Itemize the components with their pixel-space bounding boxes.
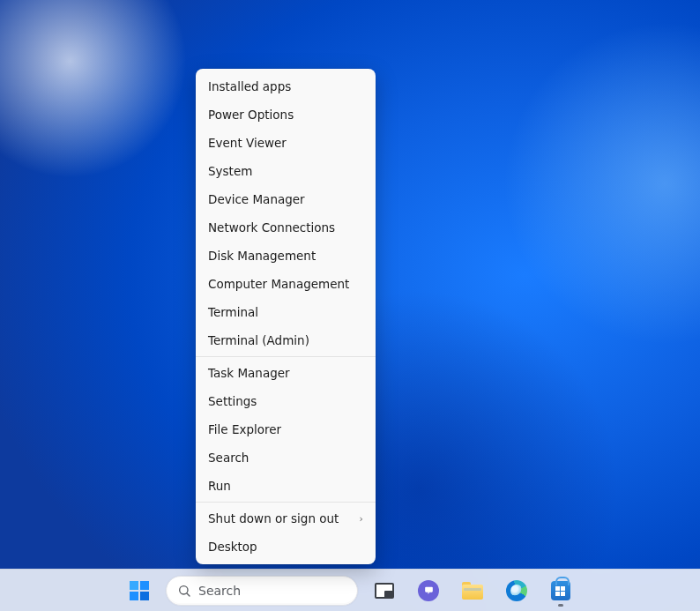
menu-item-event-viewer[interactable]: Event Viewer — [196, 129, 376, 157]
menu-item-shutdown-signout[interactable]: Shut down or sign out› — [196, 504, 376, 533]
chat-icon — [418, 580, 439, 601]
edge-button[interactable] — [499, 573, 534, 608]
search-icon — [177, 584, 191, 598]
menu-item-label: Computer Management — [208, 277, 349, 291]
menu-item-desktop[interactable]: Desktop — [196, 533, 376, 561]
menu-item-terminal-admin[interactable]: Terminal (Admin) — [196, 326, 376, 354]
menu-item-terminal[interactable]: Terminal — [196, 298, 376, 326]
menu-item-label: Event Viewer — [208, 136, 287, 150]
running-indicator — [558, 604, 563, 607]
menu-item-task-manager[interactable]: Task Manager — [196, 359, 376, 387]
svg-rect-2 — [425, 587, 433, 592]
menu-item-file-explorer[interactable]: File Explorer — [196, 415, 376, 443]
menu-item-network-connections[interactable]: Network Connections — [196, 213, 376, 242]
search-placeholder: Search — [198, 584, 241, 598]
menu-item-label: Terminal — [208, 305, 258, 319]
menu-item-label: Device Manager — [208, 192, 305, 206]
store-icon — [551, 581, 570, 600]
menu-separator — [196, 356, 376, 357]
file-explorer-button[interactable] — [455, 573, 490, 608]
svg-line-1 — [187, 593, 190, 596]
menu-item-label: Power Options — [208, 108, 294, 122]
start-button[interactable] — [122, 573, 157, 608]
task-view-icon — [375, 583, 394, 599]
folder-icon — [462, 582, 483, 600]
menu-item-run[interactable]: Run — [196, 472, 376, 500]
menu-item-power-options[interactable]: Power Options — [196, 101, 376, 129]
menu-item-system[interactable]: System — [196, 157, 376, 185]
menu-item-label: Disk Management — [208, 249, 316, 263]
menu-item-label: File Explorer — [208, 422, 281, 436]
windows-logo-icon — [130, 581, 149, 600]
menu-separator — [196, 502, 376, 503]
menu-item-label: Terminal (Admin) — [208, 333, 309, 347]
microsoft-store-button[interactable] — [543, 573, 578, 608]
menu-item-label: System — [208, 164, 252, 178]
menu-item-label: Network Connections — [208, 220, 335, 235]
menu-item-label: Settings — [208, 394, 257, 408]
menu-item-label: Task Manager — [208, 366, 290, 380]
edge-icon — [506, 580, 527, 601]
chevron-right-icon: › — [360, 513, 363, 525]
desktop-wallpaper: Installed appsPower OptionsEvent ViewerS… — [0, 0, 700, 611]
menu-item-label: Shut down or sign out — [208, 511, 339, 525]
menu-item-label: Installed apps — [208, 79, 291, 93]
winx-context-menu: Installed appsPower OptionsEvent ViewerS… — [196, 69, 376, 564]
taskbar-search-box[interactable]: Search — [166, 576, 358, 606]
task-view-button[interactable] — [367, 573, 402, 608]
menu-item-search[interactable]: Search — [196, 443, 376, 472]
menu-item-settings[interactable]: Settings — [196, 387, 376, 415]
taskbar: Search — [0, 569, 700, 611]
menu-item-disk-management[interactable]: Disk Management — [196, 242, 376, 270]
menu-item-label: Desktop — [208, 540, 257, 554]
menu-item-installed-apps[interactable]: Installed apps — [196, 72, 376, 101]
chat-button[interactable] — [411, 573, 446, 608]
menu-item-label: Run — [208, 479, 231, 493]
menu-item-computer-management[interactable]: Computer Management — [196, 270, 376, 298]
menu-item-device-manager[interactable]: Device Manager — [196, 185, 376, 213]
menu-item-label: Search — [208, 451, 249, 465]
